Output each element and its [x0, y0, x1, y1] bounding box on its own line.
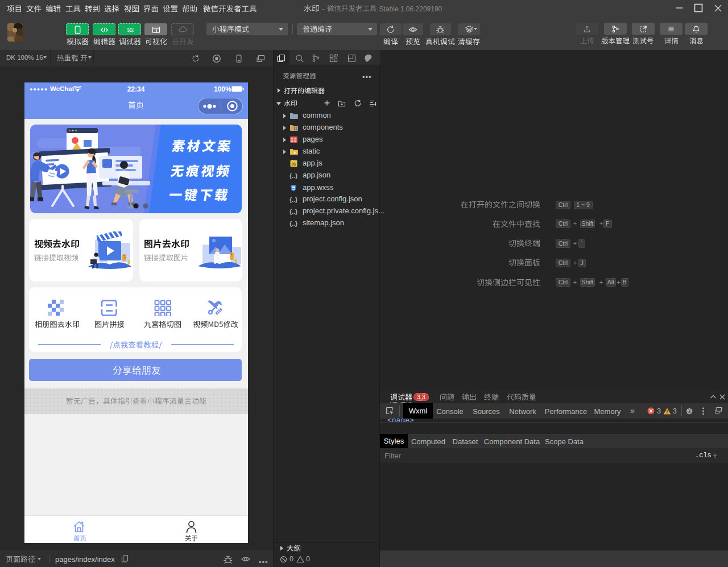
- svg-text:{..}: {..}: [289, 196, 297, 202]
- svg-text:JS: JS: [291, 162, 296, 166]
- svg-text:{..}: {..}: [289, 208, 297, 214]
- svg-text:{..}: {..}: [289, 220, 297, 226]
- svg-text:{..}: {..}: [289, 172, 297, 179]
